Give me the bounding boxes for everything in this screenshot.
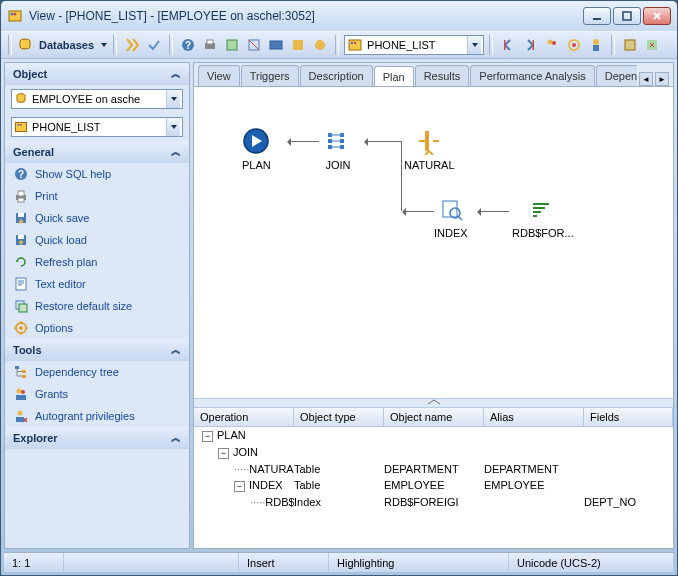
tool-icon-4[interactable] (288, 35, 308, 55)
tab-performance-analysis[interactable]: Performance Analysis (470, 65, 594, 86)
svg-rect-41 (16, 278, 26, 290)
chevron-down-icon[interactable] (467, 36, 481, 54)
arrow (479, 211, 509, 212)
section-title: Object (13, 68, 47, 80)
tab-view[interactable]: View (198, 65, 240, 86)
tree-toggle[interactable]: − (218, 448, 229, 459)
rdbfor-node[interactable]: RDB$FOR... (512, 195, 574, 239)
grant-icon[interactable] (586, 35, 606, 55)
minimize-button[interactable] (583, 7, 611, 25)
sidebar-item-autogrant[interactable]: Autogrant privilegies (5, 405, 189, 427)
tool-icon-6[interactable] (620, 35, 640, 55)
database-combo[interactable]: EMPLOYEE on asche (11, 89, 183, 109)
tool-icon-1[interactable] (222, 35, 242, 55)
grants-icon (13, 386, 29, 402)
grid-row[interactable]: ·····NATURALTableDEPARTMENTDEPARTMENT (194, 461, 673, 477)
sidebar-item-grants[interactable]: Grants (5, 383, 189, 405)
nav-prev-icon[interactable] (498, 35, 518, 55)
tool-icon-3[interactable] (266, 35, 286, 55)
sidebar-item-tree[interactable]: Dependency tree (5, 361, 189, 383)
help-icon: ? (13, 166, 29, 182)
svg-rect-40 (18, 235, 24, 239)
horizontal-splitter[interactable] (194, 398, 673, 408)
dropdown-icon[interactable] (100, 41, 108, 49)
natural-node[interactable]: NATURAL (404, 127, 455, 171)
svg-rect-43 (19, 304, 27, 312)
refresh-icon (13, 254, 29, 270)
object-combo[interactable]: PHONE_LIST (344, 35, 484, 55)
sidebar-item-options[interactable]: Options (5, 317, 189, 339)
sidebar-item-label: Autogrant privilegies (35, 410, 135, 422)
tab-triggers[interactable]: Triggers (241, 65, 299, 86)
chevron-down-icon[interactable] (166, 118, 180, 136)
plan-node[interactable]: PLAN (242, 127, 271, 171)
tab-depende[interactable]: Depende (596, 65, 637, 86)
svg-point-50 (21, 390, 25, 394)
tree-toggle[interactable]: − (234, 481, 245, 492)
nav-next-icon[interactable] (520, 35, 540, 55)
close-button[interactable] (643, 7, 671, 25)
tools-section-header[interactable]: Tools ︽ (5, 339, 189, 361)
chevron-down-icon[interactable] (166, 90, 180, 108)
sidebar-item-load[interactable]: Quick load (5, 229, 189, 251)
databases-menu[interactable]: Databases (35, 39, 98, 51)
tab-description[interactable]: Description (300, 65, 373, 86)
object-section-header[interactable]: Object ︽ (5, 63, 189, 85)
users-icon[interactable] (542, 35, 562, 55)
tree-toggle[interactable]: − (202, 431, 213, 442)
tool-icon-5[interactable] (310, 35, 330, 55)
sidebar-item-help[interactable]: ?Show SQL help (5, 163, 189, 185)
svg-rect-60 (340, 145, 344, 149)
tool-icon-7[interactable] (642, 35, 662, 55)
execute-icon[interactable] (122, 35, 142, 55)
index-node[interactable]: INDEX (434, 195, 468, 239)
tab-scroll-left[interactable]: ◄ (639, 72, 653, 86)
sidebar-item-label: Quick save (35, 212, 89, 224)
sidebar-item-restore[interactable]: Restore default size (5, 295, 189, 317)
config-icon[interactable] (564, 35, 584, 55)
svg-rect-13 (293, 40, 303, 50)
col-alias[interactable]: Alias (484, 408, 584, 426)
cell-operation: JOIN (233, 446, 258, 458)
tab-scroll-right[interactable]: ► (655, 72, 669, 86)
cell-fields (584, 428, 673, 443)
cell-alias (484, 445, 584, 460)
svg-rect-26 (625, 40, 635, 50)
check-icon[interactable] (144, 35, 164, 55)
general-section-header[interactable]: General ︽ (5, 141, 189, 163)
sidebar-item-text[interactable]: Text editor (5, 273, 189, 295)
svg-rect-66 (533, 207, 545, 209)
help-icon[interactable]: ? (178, 35, 198, 55)
view-icon (347, 37, 363, 53)
text-icon (13, 276, 29, 292)
databases-icon (17, 37, 33, 53)
sidebar-item-print[interactable]: Print (5, 185, 189, 207)
object-name-combo[interactable]: PHONE_LIST (11, 117, 183, 137)
col-object-name[interactable]: Object name (384, 408, 484, 426)
tab-results[interactable]: Results (415, 65, 470, 86)
grid-row[interactable]: −INDEXTableEMPLOYEEEMPLOYEE (194, 477, 673, 494)
print-icon[interactable] (200, 35, 220, 55)
join-node[interactable]: JOIN (324, 127, 352, 171)
grid-row[interactable]: ·····RDB$FOIndexRDB$FOREIGIDEPT_NO (194, 494, 673, 510)
col-object-type[interactable]: Object type (294, 408, 384, 426)
cell-name (384, 428, 484, 443)
tool-icon-2[interactable] (244, 35, 264, 55)
load-icon (13, 232, 29, 248)
col-fields[interactable]: Fields (584, 408, 673, 426)
svg-rect-65 (533, 211, 541, 213)
grid-row[interactable]: −PLAN (194, 427, 673, 444)
grid-row[interactable]: −JOIN (194, 444, 673, 461)
explorer-section-header[interactable]: Explorer ︽ (5, 427, 189, 449)
svg-point-30 (18, 124, 20, 126)
sidebar-item-refresh[interactable]: Refresh plan (5, 251, 189, 273)
maximize-button[interactable] (613, 7, 641, 25)
grid-body[interactable]: −PLAN−JOIN·····NATURALTableDEPARTMENTDEP… (194, 427, 673, 548)
svg-rect-59 (340, 139, 344, 143)
tab-plan[interactable]: Plan (374, 66, 414, 86)
sidebar-item-save[interactable]: Quick save (5, 207, 189, 229)
col-operation[interactable]: Operation (194, 408, 294, 426)
plan-diagram[interactable]: PLAN JOIN NATURAL (194, 87, 673, 398)
svg-point-23 (572, 43, 576, 47)
toolbar-grip (335, 35, 339, 55)
